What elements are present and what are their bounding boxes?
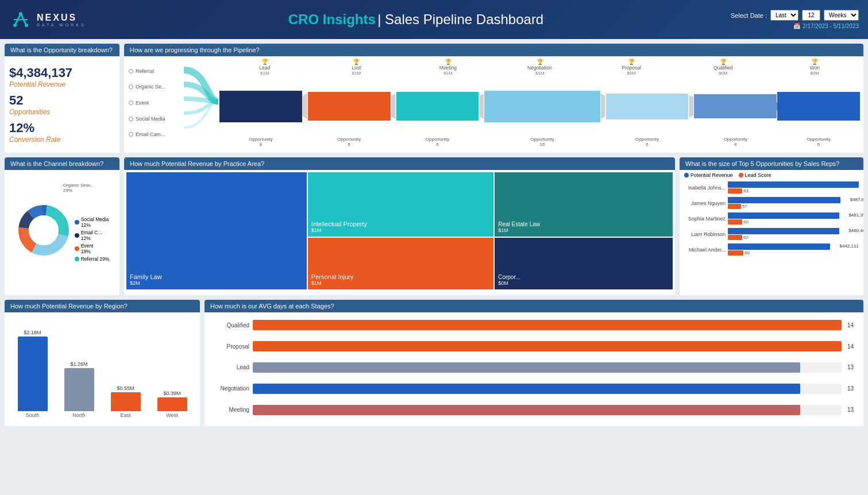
email-dot: [75, 233, 79, 238]
rep-row-michael: Michael Ander... $442,111 68: [684, 243, 859, 256]
connector-5: [689, 95, 693, 118]
event-legend-item: Event19%: [75, 243, 110, 254]
email-label: Email C...12%: [81, 230, 102, 241]
channel-panel-header: What is the Channel breakdown?: [5, 157, 119, 170]
region-panel-header: How much Potential Revenue by Region?: [5, 300, 200, 312]
avg-meeting: Meeting 13: [209, 405, 859, 415]
rep-score-bar-james: 57: [728, 204, 859, 209]
revenue-label: Potential Revenue: [9, 80, 115, 88]
spacer-5: [689, 137, 693, 147]
organic-label: Organic Sear...29%: [63, 183, 98, 193]
avg-qualified-label: Qualified: [209, 322, 249, 328]
stage-opp-labels: Opportunity8 Opportunity6 Opportunity6 O…: [218, 137, 861, 147]
top5-body: Potential Revenue Lead Score Isabella Jo…: [680, 170, 863, 292]
avg-proposal-val: 14: [847, 343, 859, 350]
pi-label: Personal Injury: [311, 273, 490, 280]
negotiation-bar: [484, 91, 600, 122]
lead-opp-count: Opportunity8: [219, 137, 302, 147]
west-label: West: [166, 412, 178, 418]
rep-list: Isabella Johns... $564,113 63: [684, 181, 859, 256]
middle-col: Intellectual Property $1M Personal Injur…: [308, 172, 493, 289]
lead-trophy-icon: 🏆: [261, 59, 268, 65]
region-west: $0.39M West: [157, 315, 187, 418]
rep-bars-isabella: $564,113 63: [728, 181, 859, 194]
rep-bars-sophia: $481,391 60: [728, 212, 859, 225]
family-law-label: Family Law: [130, 273, 303, 280]
source-organic: Organic Se...: [129, 84, 182, 90]
east-bar: [111, 392, 141, 411]
rep-score-bar-sophia: 60: [728, 219, 859, 225]
stage-lost-header: 🏆 Lost $1M: [311, 59, 402, 76]
lead-amt: $1M: [260, 71, 269, 76]
date-num-input[interactable]: [802, 10, 820, 21]
region-south: $2.18M South: [18, 315, 48, 418]
connector-4: [601, 94, 605, 119]
rep-name-michael: Michael Ander...: [684, 247, 726, 253]
header: NEXUS DATA WORKS CRO Insights | Sales Pi…: [0, 0, 868, 39]
revenue-stat: $4,384,137 Potential Revenue: [9, 65, 115, 88]
date-preset-select[interactable]: Last: [770, 10, 798, 21]
opps-value: 52: [9, 93, 115, 108]
avg-lead-val: 13: [847, 364, 859, 370]
pi-cell: Personal Injury $1M: [308, 238, 493, 289]
lead-score-legend-label: Lead Score: [745, 172, 771, 178]
sophia-rev-fill: $481,391: [728, 212, 839, 219]
avg-proposal-track: [253, 341, 842, 351]
rep-rev-bar-sophia: $481,391: [728, 212, 859, 219]
svg-point-4: [13, 24, 17, 27]
stage-headers: 🏆 Lead $1M 🏆 Lost $1M 🏆: [218, 59, 861, 76]
avg-meeting-label: Meeting: [209, 407, 249, 413]
main-content: What is the Opportunity breakdown? $4,38…: [0, 39, 868, 431]
corporate-val: $0M: [498, 280, 669, 286]
avg-lead: Lead 13: [209, 362, 859, 373]
avg-days-body: Qualified 14 Proposal 14 Lead: [205, 312, 863, 423]
connector-3: [479, 94, 484, 119]
lost-bar: [308, 92, 391, 121]
proposal-bar: [606, 94, 689, 119]
prop-name: Proposal: [622, 65, 641, 71]
qualified-bar: [694, 94, 777, 118]
ip-cell: Intellectual Property $1M: [308, 172, 493, 237]
james-score-fill: [728, 204, 741, 209]
east-label: East: [120, 412, 130, 418]
south-label: South: [26, 412, 40, 418]
corporate-label: Corpor...: [498, 274, 669, 280]
liam-rev-fill: $480,409: [728, 228, 839, 234]
avg-lead-fill: [253, 362, 800, 373]
region-panel: How much Potential Revenue by Region? $2…: [5, 300, 200, 426]
avg-lead-label: Lead: [209, 364, 249, 370]
west-val: $0.39M: [163, 390, 180, 396]
revenue-legend-dot: [684, 173, 689, 177]
prop-amt: $0M: [627, 71, 636, 76]
rep-rev-bar-liam: $480,409: [728, 228, 859, 234]
lead-score-dot: [739, 173, 743, 177]
date-controls: Select Date : Last Weeks 📅 2/17/2023 - 5…: [731, 10, 859, 29]
michael-rev-val: $442,111: [839, 243, 858, 249]
source-email: Email Cam...: [129, 132, 182, 137]
right-col: Real Estate Law $1M Corpor... $0M: [495, 172, 673, 289]
rep-row-sophia: Sophia Martinez $481,391 60: [684, 212, 859, 225]
north-label: North: [72, 412, 85, 418]
source-social: Social Media: [129, 116, 182, 122]
rep-name-isabella: Isabella Johns...: [684, 185, 726, 191]
social-label: Social Media12%: [81, 216, 109, 228]
avg-negotiation-fill: [253, 384, 800, 394]
rep-rev-bar-isabella: $564,113: [728, 181, 859, 188]
event-dot: [75, 246, 79, 251]
treemap-container: Family Law $2M Intellectual Property $1M…: [124, 170, 675, 292]
michael-rev-fill: $442,111: [728, 243, 830, 250]
rep-bars-michael: $442,111 68: [728, 243, 859, 256]
real-estate-val: $1M: [498, 227, 669, 233]
row-2: What is the Channel breakdown?: [5, 157, 863, 295]
qual-name: Qualified: [713, 65, 733, 71]
stage-qualified-header: 🏆 Qualified $0M: [678, 59, 769, 76]
spacer-4: [601, 137, 605, 147]
stage-meeting-header: 🏆 Meeting $1M: [403, 59, 493, 76]
date-unit-select[interactable]: Weeks: [824, 10, 859, 21]
meeting-name: Meeting: [439, 65, 457, 71]
spacer-3: [479, 137, 484, 147]
sophia-rev-val: $481,391: [848, 212, 863, 218]
source-referral: Referral: [129, 68, 182, 74]
rep-name-liam: Liam Robinson: [684, 231, 726, 237]
lost-trophy-icon: 🏆: [353, 59, 360, 65]
